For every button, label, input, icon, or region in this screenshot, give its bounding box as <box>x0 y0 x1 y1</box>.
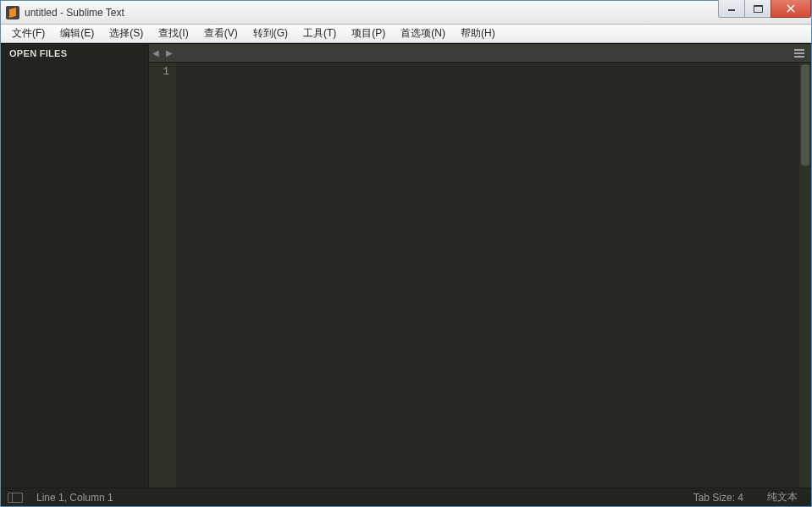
menu-tools[interactable]: 工具(T) <box>296 25 344 42</box>
panel-toggle-icon[interactable] <box>8 493 23 503</box>
maximize-button[interactable] <box>744 0 771 18</box>
tab-overflow-menu[interactable] <box>793 44 806 62</box>
status-syntax[interactable]: 纯文本 <box>755 490 809 504</box>
text-editor[interactable] <box>176 63 799 488</box>
body-area: OPEN FILES ◀ ▶ 1 <box>1 43 811 506</box>
hamburger-icon <box>794 52 804 54</box>
menu-project[interactable]: 项目(P) <box>344 25 393 42</box>
window-controls <box>719 0 811 18</box>
menu-edit[interactable]: 编辑(E) <box>52 25 102 42</box>
status-cursor-position: Line 1, Column 1 <box>36 492 113 504</box>
menu-view[interactable]: 查看(V) <box>196 25 246 42</box>
minimize-button[interactable] <box>718 0 745 18</box>
status-bar: Line 1, Column 1 Tab Size: 4 纯文本 <box>1 488 811 506</box>
tab-prev-icon[interactable]: ◀ <box>149 44 163 62</box>
status-left: Line 1, Column 1 <box>3 492 113 504</box>
menu-find[interactable]: 查找(I) <box>151 25 196 42</box>
svg-rect-0 <box>728 9 735 11</box>
app-window: untitled - Sublime Text 文件(F) 编辑(E) 选择(S… <box>0 0 812 507</box>
close-button[interactable] <box>771 0 811 18</box>
window-title: untitled - Sublime Text <box>25 7 124 19</box>
tab-next-icon[interactable]: ▶ <box>163 44 176 62</box>
tab-bar: ◀ ▶ <box>149 44 811 63</box>
menu-help[interactable]: 帮助(H) <box>453 25 503 42</box>
editor-column: ◀ ▶ 1 <box>149 44 811 488</box>
menu-goto[interactable]: 转到(G) <box>246 25 296 42</box>
line-gutter: 1 <box>149 63 176 488</box>
menu-preferences[interactable]: 首选项(N) <box>393 25 453 42</box>
title-bar[interactable]: untitled - Sublime Text <box>1 1 811 25</box>
menu-file[interactable]: 文件(F) <box>4 25 52 42</box>
scrollbar-thumb[interactable] <box>801 64 809 166</box>
status-tab-size[interactable]: Tab Size: 4 <box>682 492 755 504</box>
menu-selection[interactable]: 选择(S) <box>102 25 151 42</box>
editor-row: 1 <box>149 63 811 488</box>
work-area: OPEN FILES ◀ ▶ 1 <box>1 44 811 488</box>
vertical-scrollbar[interactable] <box>799 63 811 488</box>
sidebar: OPEN FILES <box>1 44 149 488</box>
line-number: 1 <box>149 64 169 79</box>
menu-bar: 文件(F) 编辑(E) 选择(S) 查找(I) 查看(V) 转到(G) 工具(T… <box>1 25 811 43</box>
sidebar-open-files-header: OPEN FILES <box>1 44 148 63</box>
svg-rect-2 <box>754 5 763 7</box>
app-icon <box>6 6 19 19</box>
